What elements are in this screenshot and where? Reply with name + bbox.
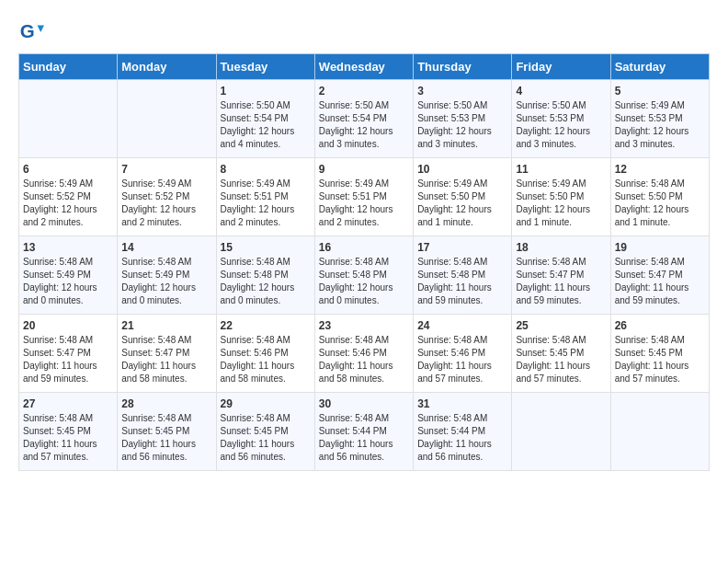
calendar-week-row: 20Sunrise: 5:48 AM Sunset: 5:47 PM Dayli… <box>19 315 710 393</box>
day-number: 7 <box>121 163 211 176</box>
day-info: Sunrise: 5:48 AM Sunset: 5:48 PM Dayligh… <box>319 256 409 307</box>
day-info: Sunrise: 5:50 AM Sunset: 5:54 PM Dayligh… <box>319 99 409 151</box>
calendar-cell: 28Sunrise: 5:48 AM Sunset: 5:45 PM Dayli… <box>118 393 216 471</box>
day-info: Sunrise: 5:48 AM Sunset: 5:47 PM Dayligh… <box>121 334 211 385</box>
day-info: Sunrise: 5:48 AM Sunset: 5:45 PM Dayligh… <box>23 412 113 464</box>
calendar-table: SundayMondayTuesdayWednesdayThursdayFrid… <box>18 53 710 471</box>
day-number: 5 <box>615 85 705 98</box>
day-number: 19 <box>615 241 705 254</box>
day-info: Sunrise: 5:48 AM Sunset: 5:50 PM Dayligh… <box>615 178 705 229</box>
calendar-cell <box>610 393 709 471</box>
day-number: 22 <box>221 319 311 332</box>
day-info: Sunrise: 5:48 AM Sunset: 5:46 PM Dayligh… <box>221 334 311 385</box>
header-friday: Friday <box>512 54 610 80</box>
day-number: 18 <box>516 241 606 254</box>
day-number: 3 <box>417 85 507 98</box>
day-number: 28 <box>121 397 211 410</box>
day-number: 27 <box>23 397 113 410</box>
day-info: Sunrise: 5:49 AM Sunset: 5:51 PM Dayligh… <box>319 178 409 229</box>
header-monday: Monday <box>118 54 216 80</box>
day-info: Sunrise: 5:50 AM Sunset: 5:53 PM Dayligh… <box>417 99 507 151</box>
day-number: 8 <box>221 163 311 176</box>
svg-marker-1 <box>38 25 44 31</box>
header-tuesday: Tuesday <box>216 54 314 80</box>
calendar-cell: 17Sunrise: 5:48 AM Sunset: 5:48 PM Dayli… <box>414 236 512 315</box>
day-number: 15 <box>221 241 311 254</box>
day-number: 16 <box>319 241 409 254</box>
calendar-cell: 30Sunrise: 5:48 AM Sunset: 5:44 PM Dayli… <box>314 393 413 471</box>
svg-text:G: G <box>20 20 35 41</box>
day-info: Sunrise: 5:50 AM Sunset: 5:54 PM Dayligh… <box>221 99 311 151</box>
day-info: Sunrise: 5:49 AM Sunset: 5:52 PM Dayligh… <box>23 178 113 229</box>
calendar-cell: 7Sunrise: 5:49 AM Sunset: 5:52 PM Daylig… <box>118 158 216 236</box>
day-info: Sunrise: 5:50 AM Sunset: 5:53 PM Dayligh… <box>516 99 606 151</box>
day-info: Sunrise: 5:48 AM Sunset: 5:49 PM Dayligh… <box>23 256 113 307</box>
day-number: 21 <box>121 319 211 332</box>
day-info: Sunrise: 5:48 AM Sunset: 5:47 PM Dayligh… <box>516 256 606 307</box>
day-number: 10 <box>417 163 507 176</box>
calendar-cell: 9Sunrise: 5:49 AM Sunset: 5:51 PM Daylig… <box>314 158 413 236</box>
day-number: 14 <box>121 241 211 254</box>
day-info: Sunrise: 5:48 AM Sunset: 5:45 PM Dayligh… <box>221 412 311 464</box>
calendar-cell: 13Sunrise: 5:48 AM Sunset: 5:49 PM Dayli… <box>19 236 118 315</box>
logo: G <box>18 18 48 44</box>
calendar-cell: 31Sunrise: 5:48 AM Sunset: 5:44 PM Dayli… <box>414 393 512 471</box>
day-info: Sunrise: 5:48 AM Sunset: 5:45 PM Dayligh… <box>615 334 705 385</box>
day-info: Sunrise: 5:49 AM Sunset: 5:51 PM Dayligh… <box>221 178 311 229</box>
calendar-week-row: 27Sunrise: 5:48 AM Sunset: 5:45 PM Dayli… <box>19 393 710 471</box>
calendar-cell: 15Sunrise: 5:48 AM Sunset: 5:48 PM Dayli… <box>216 236 314 315</box>
calendar-cell: 10Sunrise: 5:49 AM Sunset: 5:50 PM Dayli… <box>414 158 512 236</box>
calendar-cell <box>118 80 216 158</box>
day-number: 26 <box>615 319 705 332</box>
calendar-cell: 8Sunrise: 5:49 AM Sunset: 5:51 PM Daylig… <box>216 158 314 236</box>
header-saturday: Saturday <box>610 54 709 80</box>
calendar-cell: 24Sunrise: 5:48 AM Sunset: 5:46 PM Dayli… <box>414 315 512 393</box>
calendar-cell: 5Sunrise: 5:49 AM Sunset: 5:53 PM Daylig… <box>610 80 709 158</box>
calendar-week-row: 13Sunrise: 5:48 AM Sunset: 5:49 PM Dayli… <box>19 236 710 315</box>
day-number: 4 <box>516 85 606 98</box>
calendar-cell: 29Sunrise: 5:48 AM Sunset: 5:45 PM Dayli… <box>216 393 314 471</box>
day-info: Sunrise: 5:48 AM Sunset: 5:47 PM Dayligh… <box>615 256 705 307</box>
day-number: 30 <box>319 397 409 410</box>
day-number: 12 <box>615 163 705 176</box>
day-number: 25 <box>516 319 606 332</box>
calendar-cell: 2Sunrise: 5:50 AM Sunset: 5:54 PM Daylig… <box>314 80 413 158</box>
day-info: Sunrise: 5:48 AM Sunset: 5:47 PM Dayligh… <box>23 334 113 385</box>
calendar-cell <box>512 393 610 471</box>
calendar-cell: 6Sunrise: 5:49 AM Sunset: 5:52 PM Daylig… <box>19 158 118 236</box>
calendar-cell: 16Sunrise: 5:48 AM Sunset: 5:48 PM Dayli… <box>314 236 413 315</box>
calendar-cell: 26Sunrise: 5:48 AM Sunset: 5:45 PM Dayli… <box>610 315 709 393</box>
day-info: Sunrise: 5:49 AM Sunset: 5:53 PM Dayligh… <box>615 99 705 151</box>
day-info: Sunrise: 5:48 AM Sunset: 5:44 PM Dayligh… <box>319 412 409 464</box>
day-number: 6 <box>23 163 113 176</box>
day-number: 9 <box>319 163 409 176</box>
day-number: 24 <box>417 319 507 332</box>
day-info: Sunrise: 5:49 AM Sunset: 5:50 PM Dayligh… <box>417 178 507 229</box>
day-info: Sunrise: 5:49 AM Sunset: 5:52 PM Dayligh… <box>121 178 211 229</box>
calendar-cell: 4Sunrise: 5:50 AM Sunset: 5:53 PM Daylig… <box>512 80 610 158</box>
day-number: 2 <box>319 85 409 98</box>
calendar-cell: 19Sunrise: 5:48 AM Sunset: 5:47 PM Dayli… <box>610 236 709 315</box>
calendar-cell: 25Sunrise: 5:48 AM Sunset: 5:45 PM Dayli… <box>512 315 610 393</box>
calendar-cell: 21Sunrise: 5:48 AM Sunset: 5:47 PM Dayli… <box>118 315 216 393</box>
day-info: Sunrise: 5:48 AM Sunset: 5:46 PM Dayligh… <box>417 334 507 385</box>
calendar-header-row: SundayMondayTuesdayWednesdayThursdayFrid… <box>19 54 710 80</box>
calendar-cell: 14Sunrise: 5:48 AM Sunset: 5:49 PM Dayli… <box>118 236 216 315</box>
calendar-cell: 20Sunrise: 5:48 AM Sunset: 5:47 PM Dayli… <box>19 315 118 393</box>
day-number: 23 <box>319 319 409 332</box>
calendar-cell: 1Sunrise: 5:50 AM Sunset: 5:54 PM Daylig… <box>216 80 314 158</box>
page-header: G <box>18 18 710 44</box>
day-info: Sunrise: 5:48 AM Sunset: 5:49 PM Dayligh… <box>121 256 211 307</box>
day-info: Sunrise: 5:48 AM Sunset: 5:46 PM Dayligh… <box>319 334 409 385</box>
day-number: 20 <box>23 319 113 332</box>
day-number: 29 <box>221 397 311 410</box>
day-info: Sunrise: 5:48 AM Sunset: 5:45 PM Dayligh… <box>516 334 606 385</box>
day-number: 17 <box>417 241 507 254</box>
header-wednesday: Wednesday <box>314 54 413 80</box>
calendar-cell: 23Sunrise: 5:48 AM Sunset: 5:46 PM Dayli… <box>314 315 413 393</box>
header-thursday: Thursday <box>414 54 512 80</box>
calendar-cell: 18Sunrise: 5:48 AM Sunset: 5:47 PM Dayli… <box>512 236 610 315</box>
header-sunday: Sunday <box>19 54 118 80</box>
day-number: 13 <box>23 241 113 254</box>
day-info: Sunrise: 5:48 AM Sunset: 5:48 PM Dayligh… <box>221 256 311 307</box>
